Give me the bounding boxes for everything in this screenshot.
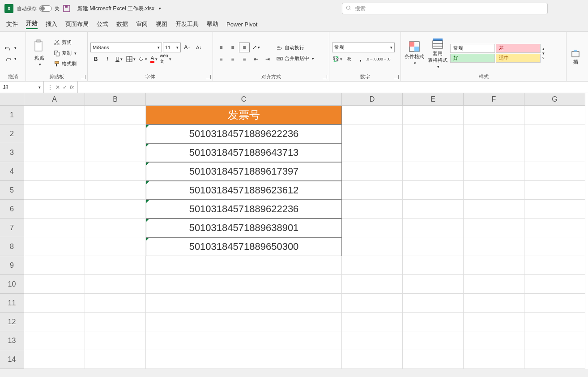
cell-B12[interactable] (85, 313, 146, 331)
document-filename[interactable]: 新建 Microsoft Excel 工作表.xlsx (77, 5, 154, 13)
row-header-9[interactable]: 9 (0, 256, 24, 275)
cell-A3[interactable] (24, 143, 85, 162)
column-header-A[interactable]: A (24, 93, 85, 106)
cell-E13[interactable] (403, 331, 464, 350)
cell-D12[interactable] (342, 313, 403, 331)
cell-D1[interactable] (342, 106, 403, 124)
cell-G1[interactable] (524, 106, 585, 124)
save-icon[interactable] (63, 5, 70, 12)
cell-G12[interactable] (524, 313, 585, 331)
row-header-11[interactable]: 11 (0, 294, 24, 313)
column-header-E[interactable]: E (403, 93, 464, 106)
cell-style-normal[interactable]: 常规 (450, 44, 495, 53)
cell-A11[interactable] (24, 294, 85, 313)
cell-A7[interactable] (24, 218, 85, 237)
row-header-12[interactable]: 12 (0, 313, 24, 331)
cell-B3[interactable] (85, 143, 146, 162)
cell-D6[interactable] (342, 200, 403, 218)
cell-F8[interactable] (464, 237, 524, 256)
name-box[interactable]: J8▾ (0, 81, 44, 93)
cell-C13[interactable] (146, 331, 342, 350)
cell-G9[interactable] (524, 256, 585, 275)
increase-decimal-button[interactable]: .0→.00 (367, 54, 378, 64)
cell-G2[interactable] (524, 124, 585, 143)
cell-F14[interactable] (464, 350, 524, 369)
cell-style-neutral[interactable]: 适中 (496, 54, 541, 63)
cell-B14[interactable] (85, 350, 146, 369)
cell-C1[interactable]: 发票号 (146, 106, 342, 124)
cell-G10[interactable] (524, 275, 585, 294)
cell-C11[interactable] (146, 294, 342, 313)
column-header-F[interactable]: F (464, 93, 524, 106)
row-header-14[interactable]: 14 (0, 350, 24, 369)
cell-C12[interactable] (146, 313, 342, 331)
cell-C10[interactable] (146, 275, 342, 294)
merge-center-button[interactable]: 合并后居中▾ (275, 54, 316, 64)
cell-E14[interactable] (403, 350, 464, 369)
redo-button[interactable]: ▾ (3, 54, 18, 64)
underline-button[interactable]: U▾ (114, 54, 124, 64)
cell-G6[interactable] (524, 200, 585, 218)
font-size-select[interactable]: 11▾ (163, 43, 181, 52)
cell-D2[interactable] (342, 124, 403, 143)
cell-A13[interactable] (24, 331, 85, 350)
cell-C8[interactable]: 50103184571889650300 (146, 237, 342, 256)
row-header-3[interactable]: 3 (0, 143, 24, 162)
row-header-10[interactable]: 10 (0, 275, 24, 294)
cell-D4[interactable] (342, 162, 403, 181)
fill-color-button[interactable]: ▾ (137, 54, 148, 64)
row-header-8[interactable]: 8 (0, 237, 24, 256)
cell-F7[interactable] (464, 218, 524, 237)
cell-A8[interactable] (24, 237, 85, 256)
cell-C3[interactable]: 50103184571889643713 (146, 143, 342, 162)
decrease-decimal-button[interactable]: .00→.0 (379, 54, 389, 64)
menu-powerpivot[interactable]: Power Pivot (226, 21, 257, 28)
cell-E11[interactable] (403, 294, 464, 313)
conditional-format-button[interactable]: 条件格式▾ (404, 34, 425, 73)
border-button[interactable]: ▾ (125, 54, 136, 64)
cell-G3[interactable] (524, 143, 585, 162)
cell-D11[interactable] (342, 294, 403, 313)
cell-F3[interactable] (464, 143, 524, 162)
cell-D13[interactable] (342, 331, 403, 350)
spreadsheet-grid[interactable]: 1234567891011121314 ABCDEFG 发票号501031845… (0, 93, 588, 369)
align-right-button[interactable]: ≡ (239, 54, 250, 64)
cell-C4[interactable]: 50103184571889617397 (146, 162, 342, 181)
bold-button[interactable]: B (90, 54, 101, 64)
cell-C14[interactable] (146, 350, 342, 369)
row-header-1[interactable]: 1 (0, 106, 24, 124)
cell-F6[interactable] (464, 200, 524, 218)
format-painter-button[interactable]: 格式刷 (52, 59, 78, 69)
row-header-2[interactable]: 2 (0, 124, 24, 143)
cell-B13[interactable] (85, 331, 146, 350)
row-header-5[interactable]: 5 (0, 181, 24, 200)
cell-E12[interactable] (403, 313, 464, 331)
accounting-format-button[interactable]: 💱▾ (332, 54, 343, 64)
cell-C6[interactable]: 50103184571889622236 (146, 200, 342, 218)
row-header-4[interactable]: 4 (0, 162, 24, 181)
menu-data[interactable]: 数据 (116, 20, 128, 28)
align-center-button[interactable]: ≡ (227, 54, 238, 64)
cell-E8[interactable] (403, 237, 464, 256)
cell-D8[interactable] (342, 237, 403, 256)
cell-E6[interactable] (403, 200, 464, 218)
align-top-button[interactable]: ≡ (216, 43, 226, 52)
cell-E4[interactable] (403, 162, 464, 181)
column-header-C[interactable]: C (146, 93, 342, 106)
cell-F13[interactable] (464, 331, 524, 350)
font-name-select[interactable]: MiSans▾ (90, 43, 162, 52)
cell-B11[interactable] (85, 294, 146, 313)
styles-gallery-expand[interactable]: ▴▾▿ (542, 34, 545, 73)
copy-button[interactable]: 复制▾ (52, 48, 78, 58)
cancel-icon[interactable]: ✕ (55, 84, 60, 90)
cell-D7[interactable] (342, 218, 403, 237)
menu-file[interactable]: 文件 (6, 20, 18, 28)
cell-E2[interactable] (403, 124, 464, 143)
insert-cells-button[interactable]: 插 (569, 34, 582, 80)
dialog-launcher-icon[interactable] (394, 75, 399, 79)
menu-help[interactable]: 帮助 (207, 20, 218, 28)
dialog-launcher-icon[interactable] (323, 75, 327, 79)
cell-C7[interactable]: 50103184571889638901 (146, 218, 342, 237)
cell-B6[interactable] (85, 200, 146, 218)
decrease-indent-button[interactable]: ⇤ (251, 54, 261, 64)
